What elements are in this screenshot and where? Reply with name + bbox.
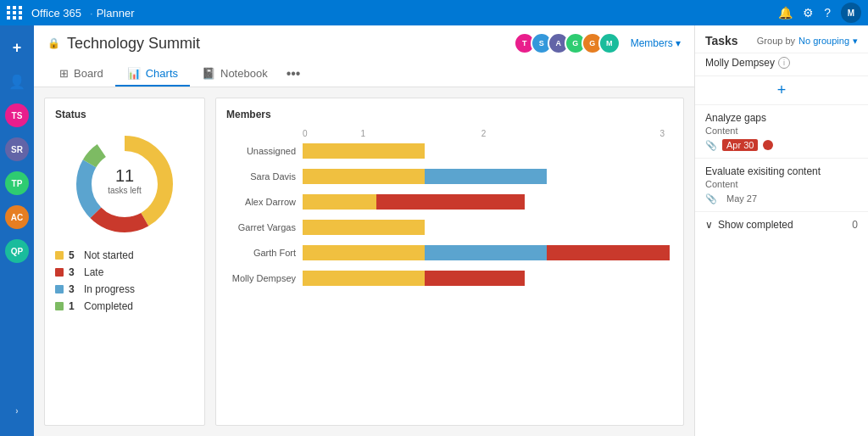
bar-label-unassigned: Unassigned (226, 146, 303, 156)
tasks-groupby: Group by No grouping ▾ (757, 36, 858, 47)
bar-label-garret: Garret Vargas (226, 222, 303, 232)
bar-chart: 0 1 2 3 Unassigned (226, 129, 673, 288)
nav-home[interactable]: + (2, 32, 32, 63)
task-meta-1: 📎 Apr 30 (705, 139, 858, 151)
separator: · (90, 7, 93, 20)
legend-dot-late (55, 268, 64, 277)
groupby-dropdown[interactable]: No grouping (798, 36, 849, 46)
tasks-header: Tasks Group by No grouping ▾ (695, 25, 868, 53)
tab-notebook-label: Notebook (220, 67, 268, 80)
top-bar-grid: Office 365 · Planner (7, 6, 134, 20)
legend-label-not-started: Not started (84, 249, 134, 261)
legend-dot-not-started (55, 251, 64, 260)
axis-2: 2 (423, 129, 543, 138)
donut-svg: 11 tasks left (70, 129, 180, 239)
charts-icon: 📊 (127, 67, 141, 80)
segment-notstarted-garret (303, 220, 425, 235)
nav-tp[interactable]: TP (2, 168, 32, 198)
bar-container-garth (303, 245, 673, 260)
segment-late-molly (425, 271, 525, 286)
segment-notstarted-sara (303, 169, 425, 184)
assignee-info-icon[interactable]: i (778, 57, 790, 69)
task-card-1[interactable]: Analyze gaps Content 📎 Apr 30 (695, 105, 868, 159)
tab-more[interactable]: ••• (280, 61, 308, 87)
nav-expand[interactable]: › (2, 395, 32, 426)
add-task-button[interactable]: + (695, 76, 868, 105)
app-name-label: Office 365 (31, 7, 81, 20)
donut-chart: 11 tasks left (55, 129, 194, 239)
nav-qp[interactable]: QP (2, 236, 32, 266)
axis-3: 3 (544, 129, 665, 138)
tab-board[interactable]: ⊞ Board (47, 61, 115, 87)
nav-ts[interactable]: TS (2, 100, 32, 131)
segment-notstarted-unassigned (303, 143, 425, 159)
late-flag-1 (763, 140, 773, 150)
bar-label-sara: Sara Davis (226, 171, 303, 182)
legend-count-completed: 1 (69, 300, 79, 312)
bar-container-molly (303, 271, 673, 286)
lock-icon: 🔒 (47, 37, 60, 49)
legend-late: 3 Late (55, 266, 194, 278)
task-meta-2: 📎 May 27 (705, 193, 858, 204)
page-title: Technology Summit (67, 35, 200, 53)
legend-dot-completed (55, 302, 64, 310)
bar-row-garret: Garret Vargas (226, 218, 673, 237)
content-header: 🔒 Technology Summit T S A G G M Members … (34, 25, 694, 87)
segment-inprogress-garth (425, 245, 547, 260)
nav-sr[interactable]: SR (2, 134, 32, 165)
main-content: Status 11 tasks left (34, 87, 694, 436)
nav-ac[interactable]: AC (2, 202, 32, 232)
bar-container-sara (303, 169, 673, 184)
bar-row-sara: Sara Davis (226, 167, 673, 186)
nav-user[interactable]: 👤 (2, 66, 32, 97)
bar-container-unassigned (303, 143, 673, 159)
legend-completed: 1 Completed (55, 300, 194, 312)
bell-icon[interactable]: 🔔 (778, 6, 793, 20)
header-members: T S A G G M Members ▾ (514, 32, 681, 54)
bar-row-alex: Alex Darrow (226, 193, 673, 211)
tasks-content: + Analyze gaps Content 📎 Apr 30 Evaluate… (695, 76, 868, 436)
tasks-title: Tasks (705, 34, 738, 48)
legend-dot-inprogress (55, 285, 64, 293)
attachment-icon-2: 📎 (705, 193, 717, 204)
chart-axis: 0 1 2 3 (303, 129, 665, 138)
legend-not-started: 5 Not started (55, 249, 194, 261)
user-avatar-topbar[interactable]: M (841, 3, 861, 23)
settings-icon[interactable]: ⚙ (803, 6, 814, 20)
add-icon: + (777, 81, 787, 99)
tab-charts[interactable]: 📊 Charts (115, 61, 190, 87)
legend: 5 Not started 3 Late 3 In progress (55, 249, 194, 312)
completed-count: 0 (852, 219, 858, 231)
task-date-2: May 27 (722, 193, 761, 204)
task-bucket-1: Content (705, 126, 858, 136)
tasks-panel: Tasks Group by No grouping ▾ Molly Demps… (694, 25, 868, 436)
segment-late-alex (376, 194, 525, 210)
tab-notebook[interactable]: 📓 Notebook (190, 61, 280, 87)
attachment-icon-1: 📎 (705, 140, 717, 151)
left-nav: + 👤 TS SR TP AC QP › (0, 25, 34, 436)
nav-bottom: › (2, 395, 32, 429)
help-icon[interactable]: ? (824, 6, 831, 20)
bar-label-molly: Molly Dempsey (226, 273, 303, 283)
bar-container-garret (303, 220, 673, 235)
segment-inprogress-sara (425, 169, 547, 184)
bar-label-garth: Garth Fort (226, 248, 303, 258)
task-bucket-2: Content (705, 179, 858, 189)
top-bar-right: 🔔 ⚙ ? M (778, 3, 861, 23)
notebook-icon: 📓 (202, 67, 215, 80)
bar-row-molly: Molly Dempsey (226, 269, 673, 288)
axis-1: 1 (303, 129, 423, 138)
members-button[interactable]: Members ▾ (631, 37, 681, 49)
grid-icon[interactable] (7, 6, 23, 20)
task-name-1: Analyze gaps (705, 112, 858, 124)
show-completed[interactable]: ∨ Show completed 0 (695, 212, 868, 238)
groupby-chevron[interactable]: ▾ (853, 36, 858, 47)
tab-board-label: Board (74, 67, 103, 80)
content-area: 🔒 Technology Summit T S A G G M Members … (34, 25, 694, 436)
bar-container-alex (303, 194, 673, 210)
members-panel-title: Members (226, 109, 673, 120)
legend-label-inprogress: In progress (84, 283, 135, 295)
header-tabs: ⊞ Board 📊 Charts 📓 Notebook ••• (47, 61, 681, 87)
task-card-2[interactable]: Evaluate exisiting content Content 📎 May… (695, 159, 868, 212)
status-panel-title: Status (55, 109, 194, 120)
